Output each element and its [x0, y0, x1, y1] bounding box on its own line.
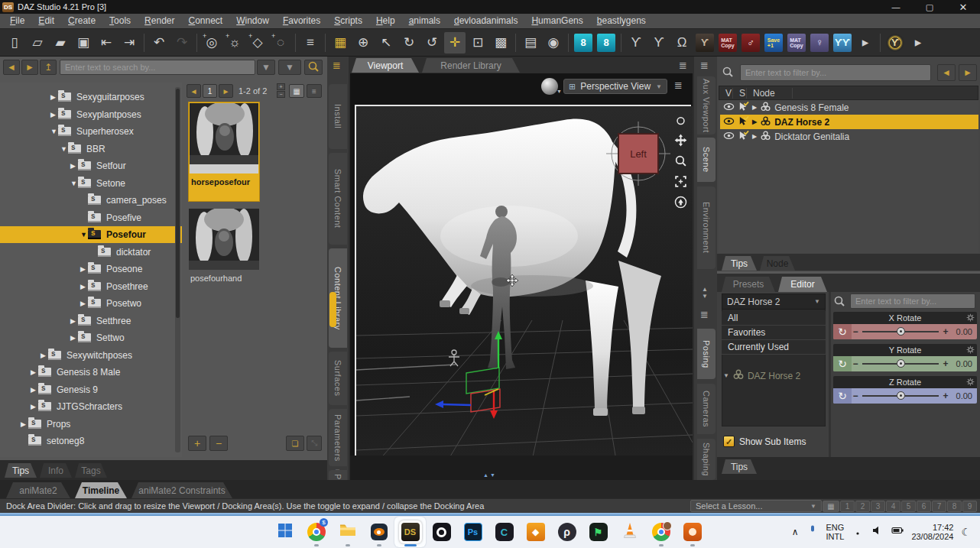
- page-prev-button[interactable]: ◄: [187, 84, 201, 98]
- duplicate-button[interactable]: ❏: [286, 436, 304, 451]
- taskbar-app-install-manager[interactable]: ◆: [520, 517, 551, 547]
- menu-item-create[interactable]: Create: [61, 14, 102, 28]
- info-tab-node[interactable]: Node: [760, 256, 795, 271]
- tree-expander-icon[interactable]: ▼: [70, 180, 78, 187]
- lesson-number-9[interactable]: 9: [962, 501, 977, 512]
- tree-item-superherosex[interactable]: ▼Superherosex: [0, 123, 182, 140]
- scene-preset-icon[interactable]: ϒϒ: [832, 32, 853, 54]
- slider-minus[interactable]: −: [852, 358, 859, 369]
- surface-selection-tool-icon[interactable]: ▩: [490, 32, 511, 54]
- mat-copy-purple-icon[interactable]: MATCopy: [786, 32, 807, 54]
- page-next-button[interactable]: ►: [219, 84, 233, 98]
- menu-item-humangens[interactable]: HumanGens: [524, 14, 589, 28]
- node-selection-tool-icon[interactable]: ↖: [375, 32, 397, 54]
- wifi-icon[interactable]: [852, 524, 864, 540]
- taskbar-app-chrome-profile[interactable]: [645, 517, 677, 547]
- tree-item-genesis-8-male[interactable]: ▶Genesis 8 Male: [0, 364, 182, 381]
- gear-icon[interactable]: [965, 313, 975, 324]
- tree-item-setfour[interactable]: ▶Setfour: [0, 157, 182, 174]
- visibility-eye-icon[interactable]: [720, 101, 735, 115]
- tree-expander-icon[interactable]: ▼: [60, 145, 68, 153]
- param-group-currently-used[interactable]: Currently Used: [722, 340, 826, 355]
- slider-handle[interactable]: [897, 359, 905, 368]
- slider-track[interactable]: [862, 395, 939, 397]
- rotate-tool-icon[interactable]: ↻: [398, 32, 420, 54]
- lesson-selector[interactable]: Select a Lesson...▼: [690, 500, 822, 512]
- figure-male-icon[interactable]: ϒ: [648, 32, 670, 54]
- bust-preset-icon[interactable]: Ω: [671, 32, 693, 54]
- left-dock-tab-tips[interactable]: Tips: [5, 463, 37, 478]
- camera-view-selector[interactable]: ⊞ Perspective View ▼: [563, 79, 667, 94]
- viewport-3d-area[interactable]: Left: [350, 73, 693, 456]
- lesson-play-icon[interactable]: ▦: [823, 501, 839, 512]
- minimize-button[interactable]: —: [879, 0, 913, 14]
- microphone-icon[interactable]: [806, 524, 819, 540]
- undo-icon[interactable]: ↶: [148, 32, 170, 54]
- right-strip-menu-icon[interactable]: ≣: [700, 60, 709, 71]
- lesson-number-3[interactable]: 3: [871, 501, 885, 512]
- tree-item-posetwo[interactable]: ▶Posetwo: [0, 295, 182, 312]
- tree-item-genesis-9[interactable]: ▶Genesis 9: [0, 381, 182, 398]
- actor-photo-icon[interactable]: ϒ: [694, 32, 716, 54]
- gear-icon[interactable]: [965, 345, 975, 356]
- tree-expander-icon[interactable]: ▼: [80, 231, 88, 238]
- thumbnail-horseposefour[interactable]: horseposefour: [188, 102, 260, 202]
- slider-value[interactable]: 0.00: [949, 359, 977, 368]
- lesson-number-2[interactable]: 2: [855, 501, 870, 512]
- mode-tab-presets[interactable]: Presets: [722, 277, 775, 292]
- save-last-icon[interactable]: ▰: [50, 32, 71, 54]
- list-view-button[interactable]: ≡: [307, 84, 322, 98]
- tree-scrollbar[interactable]: [175, 87, 180, 452]
- taskbar-app-start-button[interactable]: [269, 517, 300, 547]
- tree-item-poseone[interactable]: ▶Poseone: [0, 261, 182, 277]
- taskbar-app-pureref[interactable]: ρ: [551, 517, 582, 547]
- scene-filter-input[interactable]: [740, 64, 931, 81]
- viewport-tab-viewport[interactable]: Viewport: [352, 58, 419, 73]
- slider-plus[interactable]: +: [942, 326, 949, 337]
- tree-item-sexywitchposes[interactable]: ▶Sexywitchposes: [0, 347, 182, 364]
- slider-track[interactable]: [862, 331, 939, 332]
- figure-female-icon[interactable]: ϒ: [625, 32, 647, 54]
- link-button[interactable]: ⤡: [307, 436, 322, 451]
- node-expander-icon[interactable]: ▶: [752, 133, 757, 140]
- param-group-favorites[interactable]: Favorites: [722, 326, 826, 340]
- right-tab-environment[interactable]: Environment: [697, 186, 716, 269]
- tree-expander-icon[interactable]: ▶: [80, 265, 88, 273]
- avatar-preset-icon[interactable]: ϒ: [884, 32, 906, 54]
- menu-item-help[interactable]: Help: [369, 14, 402, 28]
- taskbar-app-photoshop[interactable]: Ps: [457, 517, 488, 547]
- right-strip-menu2-icon[interactable]: ≣: [700, 309, 709, 320]
- scene-column-s[interactable]: S: [733, 88, 747, 99]
- drawstyle-dropdown-arrow[interactable]: ▼: [557, 89, 562, 94]
- lesson-number-4[interactable]: 4: [886, 501, 900, 512]
- slider-value[interactable]: 0.00: [949, 391, 977, 400]
- bottom-tab-animate2[interactable]: aniMate2: [6, 482, 70, 498]
- search-go-button[interactable]: [304, 60, 323, 75]
- left-tab-install[interactable]: Install: [329, 84, 347, 149]
- menu-item-scripts[interactable]: Scripts: [327, 14, 369, 28]
- open-file-icon[interactable]: ▱: [27, 32, 48, 54]
- menu-item-file[interactable]: File: [3, 14, 31, 28]
- strip-arrows[interactable]: ▲▼: [702, 286, 708, 300]
- group-tree-node[interactable]: ▼ DAZ Horse 2: [722, 368, 826, 383]
- maximize-button[interactable]: ▢: [913, 0, 946, 14]
- selectable-cursor-icon[interactable]: [738, 101, 749, 115]
- left-tab-smart-content[interactable]: Smart Content: [329, 153, 347, 245]
- tree-expander-icon[interactable]: ▶: [80, 300, 88, 307]
- lesson-number-7[interactable]: 7: [932, 501, 946, 512]
- save-icon[interactable]: ▣: [73, 32, 94, 54]
- folder-up-button[interactable]: ↥: [40, 60, 57, 75]
- taskbar-app-chrome[interactable]: $: [300, 517, 332, 547]
- tree-item-dicktator[interactable]: dicktator: [0, 244, 182, 261]
- params-tips-tab[interactable]: Tips: [722, 459, 757, 474]
- menu-item-devloadanimals[interactable]: devloadanimals: [447, 14, 524, 28]
- visibility-eye-icon[interactable]: [720, 115, 735, 129]
- left-dock-tab-info[interactable]: Info: [40, 463, 72, 478]
- tree-expander-icon[interactable]: ▶: [31, 403, 38, 410]
- menu-item-tools[interactable]: Tools: [102, 14, 138, 28]
- menu-item-edit[interactable]: Edit: [31, 14, 61, 28]
- remove-category-button[interactable]: −: [209, 436, 228, 451]
- active-pose-tool-icon[interactable]: ↺: [421, 32, 443, 54]
- genesis8-female-icon[interactable]: 8: [573, 32, 594, 54]
- slider-minus[interactable]: −: [852, 326, 859, 337]
